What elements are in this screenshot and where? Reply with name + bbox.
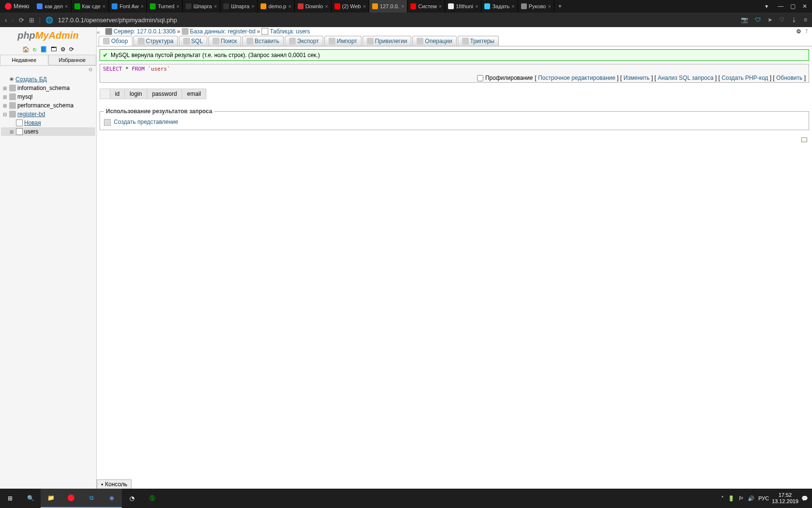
breadcrumb-server[interactable]: Сервер: 127.0.0.1:3306: [114, 28, 175, 35]
tab-Поиск[interactable]: Поиск: [208, 36, 241, 46]
browser-tab-12[interactable]: Задать×: [481, 0, 518, 13]
steam-button[interactable]: ◔: [122, 489, 142, 508]
column-id[interactable]: id: [110, 89, 125, 99]
tab-close-icon[interactable]: ×: [102, 3, 105, 9]
db-mysql[interactable]: ⊞mysql: [1, 92, 95, 101]
create-db-link[interactable]: ✳ Создать БД: [1, 75, 95, 84]
shield-icon[interactable]: 🛡: [755, 16, 761, 23]
tab-close-icon[interactable]: ×: [325, 3, 328, 9]
console-toggle[interactable]: ▪ Консоль: [97, 479, 131, 489]
speed-dial-button[interactable]: ⊞: [29, 16, 34, 24]
sql-action-1[interactable]: Изменить: [624, 75, 650, 81]
phpmyadmin-logo[interactable]: phpMyAdmin: [0, 27, 96, 44]
browser-tab-13[interactable]: Руково×: [518, 0, 554, 13]
tab-Привилегии[interactable]: Привилегии: [362, 36, 412, 46]
sql-icon[interactable]: 🗔: [51, 46, 57, 53]
explorer-button[interactable]: 📁: [41, 489, 61, 508]
sql-action-0[interactable]: Построчное редактирование: [538, 75, 615, 81]
settings-icon[interactable]: ⚙: [60, 46, 66, 53]
browser-tab-5[interactable]: Шпарга×: [220, 0, 258, 13]
tab-Структура[interactable]: Структура: [133, 36, 178, 46]
browser-tab-8[interactable]: (2) Web×: [332, 0, 369, 13]
expand-icon[interactable]: ⊞: [3, 103, 8, 108]
back-button[interactable]: ‹: [5, 16, 7, 24]
app-s-button[interactable]: Ⓢ: [142, 489, 162, 508]
browser-tab-7[interactable]: Downlo×: [295, 0, 332, 13]
url-bar[interactable]: 127.0.0.1/openserver/phpmyadmin/sql.php: [58, 16, 736, 24]
db-register-bd[interactable]: ⊟ register-bd: [1, 110, 95, 119]
chevron-up-icon[interactable]: ˄: [721, 495, 724, 502]
collapse-icon[interactable]: ⊟: [3, 112, 8, 117]
browser-tab-9[interactable]: 127.0.0.×: [369, 0, 407, 13]
tab-close-icon[interactable]: ×: [176, 3, 179, 9]
send-icon[interactable]: ➤: [768, 16, 772, 23]
tab-close-icon[interactable]: ×: [214, 3, 217, 9]
tab-Обзор[interactable]: Обзор: [99, 36, 132, 46]
browser-tab-10[interactable]: Систем×: [407, 0, 445, 13]
opera-menu-button[interactable]: Меню: [0, 0, 34, 13]
create-view-link[interactable]: Создать представление: [114, 119, 178, 125]
camera-icon[interactable]: 📷: [741, 16, 748, 23]
notifications-icon[interactable]: 💬: [801, 495, 808, 502]
taskbar-clock[interactable]: 17:52 13.12.2019: [772, 492, 798, 505]
tab-close-icon[interactable]: ×: [65, 3, 68, 9]
vscode-button[interactable]: ⧉: [81, 489, 102, 508]
tab-close-icon[interactable]: ×: [401, 3, 404, 9]
tab-close-icon[interactable]: ×: [141, 3, 144, 9]
tab-SQL[interactable]: SQL: [179, 36, 207, 46]
volume-icon[interactable]: 🔊: [748, 495, 754, 502]
page-up-icon[interactable]: ⤒: [804, 28, 809, 35]
expand-icon[interactable]: ⊞: [10, 129, 14, 134]
collapse-sidebar-button[interactable]: «: [97, 27, 102, 36]
browser-tab-3[interactable]: Turned×: [147, 0, 183, 13]
opera-taskbar-button[interactable]: [61, 489, 81, 508]
db-performance_schema[interactable]: ⊞performance_schema: [1, 101, 95, 110]
breadcrumb-database[interactable]: База данных: register-bd: [190, 28, 256, 35]
column-email[interactable]: email: [182, 89, 206, 99]
profiling-checkbox[interactable]: [477, 75, 483, 81]
tab-close-icon[interactable]: ×: [511, 3, 514, 9]
window-close-button[interactable]: ✕: [802, 3, 807, 10]
flag-icon[interactable]: 🏳: [739, 495, 744, 501]
recent-tab[interactable]: Недавнее: [0, 55, 48, 65]
tab-close-icon[interactable]: ×: [475, 3, 478, 9]
sql-action-3[interactable]: Создать PHP-код: [722, 75, 768, 81]
window-minimize-button[interactable]: —: [778, 3, 783, 10]
language-indicator[interactable]: РУС: [758, 495, 769, 501]
search-button[interactable]: 🔍: [20, 489, 41, 508]
table-users[interactable]: ⊞ users: [1, 127, 95, 136]
sql-action-4[interactable]: Обновить: [776, 75, 802, 81]
breadcrumb-table[interactable]: Таблица: users: [270, 28, 310, 35]
browser-tab-1[interactable]: Как сде×: [72, 0, 109, 13]
browser-tab-11[interactable]: 18thuni×: [445, 0, 482, 13]
tab-close-icon[interactable]: ×: [439, 3, 442, 9]
window-maximize-button[interactable]: ▢: [790, 3, 796, 10]
expand-icon[interactable]: ⊞: [3, 86, 8, 91]
forward-button[interactable]: ›: [12, 16, 14, 24]
tab-Вставить[interactable]: Вставить: [242, 36, 284, 46]
expand-icon[interactable]: ⊞: [3, 94, 8, 100]
browser-tab-2[interactable]: Font Aw×: [109, 0, 147, 13]
discord-button[interactable]: ◉: [102, 489, 122, 508]
browser-tab-0[interactable]: как дел×: [34, 0, 71, 13]
page-settings-icon[interactable]: ⚙: [796, 28, 801, 35]
bookmark-icon[interactable]: [801, 137, 807, 142]
column-password[interactable]: password: [147, 89, 182, 99]
profiling-label[interactable]: Профилирование: [485, 75, 533, 81]
browser-tab-4[interactable]: Шпарга×: [183, 0, 220, 13]
start-button[interactable]: ⊞: [0, 489, 20, 508]
docs-icon[interactable]: 📘: [40, 46, 47, 53]
new-table-link[interactable]: Новая: [1, 119, 95, 127]
browser-menu-icon[interactable]: ≡: [804, 16, 807, 23]
site-info-icon[interactable]: 🌐: [45, 16, 53, 24]
tab-close-icon[interactable]: ×: [363, 3, 366, 9]
column-login[interactable]: login: [125, 89, 147, 99]
tab-Триггеры[interactable]: Триггеры: [458, 36, 499, 46]
favorite-tab[interactable]: Избранное: [48, 55, 97, 65]
new-tab-button[interactable]: +: [554, 3, 566, 10]
tab-Экспорт[interactable]: Экспорт: [285, 36, 323, 46]
tab-Операции[interactable]: Операции: [412, 36, 456, 46]
column-selector[interactable]: [100, 89, 110, 99]
home-icon[interactable]: 🏠: [22, 46, 29, 53]
download-icon[interactable]: ⭳: [791, 16, 797, 23]
